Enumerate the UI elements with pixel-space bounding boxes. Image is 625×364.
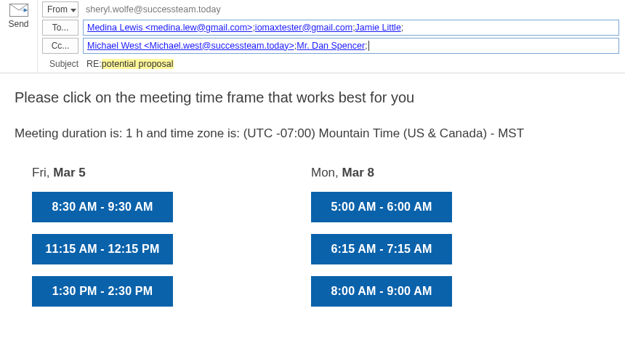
- from-value: sheryl.wolfe@successteam.today: [83, 4, 221, 15]
- subject-prefix: RE:: [86, 59, 102, 69]
- cc-button[interactable]: Cc...: [42, 38, 78, 54]
- cc-recipient[interactable]: Mr. Dan Spencer: [297, 41, 365, 51]
- subject-label: Subject: [38, 59, 83, 69]
- day-header: Mon, Mar 8: [311, 166, 452, 180]
- time-slot[interactable]: 8:30 AM - 9:30 AM: [32, 192, 173, 222]
- text-cursor: [368, 41, 369, 51]
- send-icon: [9, 3, 29, 17]
- weekday: Fri,: [32, 166, 53, 179]
- date: Mar 8: [342, 166, 374, 179]
- compose-header: Send From sheryl.wolfe@successteam.today…: [0, 0, 625, 73]
- time-slot[interactable]: 8:00 AM - 9:00 AM: [311, 276, 452, 307]
- day-header: Fri, Mar 5: [32, 166, 173, 180]
- time-columns: Fri, Mar 5 8:30 AM - 9:30 AM 11:15 AM - …: [15, 166, 610, 307]
- day-column: Mon, Mar 8 5:00 AM - 6:00 AM 6:15 AM - 7…: [311, 166, 452, 307]
- time-slot[interactable]: 6:15 AM - 7:15 AM: [311, 234, 452, 264]
- to-button[interactable]: To...: [42, 20, 78, 36]
- subject-field[interactable]: RE: potential proposal: [83, 56, 619, 72]
- from-button[interactable]: From: [42, 1, 78, 17]
- subject-highlight: potential proposal: [102, 59, 174, 69]
- send-label: Send: [8, 19, 28, 29]
- time-slot[interactable]: 11:15 AM - 12:15 PM: [32, 234, 173, 264]
- time-slot[interactable]: 5:00 AM - 6:00 AM: [311, 192, 452, 222]
- body-meta: Meeting duration is: 1 h and time zone i…: [15, 126, 610, 141]
- to-recipient[interactable]: Jamie Little: [355, 23, 401, 33]
- message-body[interactable]: Please click on the meeting time frame t…: [0, 73, 625, 307]
- from-label: From: [47, 4, 68, 15]
- cc-field[interactable]: Michael West <Michael.west@successteam.t…: [83, 38, 619, 54]
- cc-recipient[interactable]: Michael West <Michael.west@successteam.t…: [87, 41, 294, 51]
- send-button[interactable]: Send: [0, 0, 38, 73]
- day-column: Fri, Mar 5 8:30 AM - 9:30 AM 11:15 AM - …: [32, 166, 173, 307]
- to-recipient[interactable]: iomaxtester@gmail.com: [255, 23, 352, 33]
- chevron-down-icon: [70, 4, 76, 15]
- svg-marker-1: [70, 9, 76, 12]
- date: Mar 5: [53, 166, 85, 179]
- to-recipient[interactable]: Medina Lewis <medina.lew@gmail.com>: [87, 23, 252, 33]
- time-slot[interactable]: 1:30 PM - 2:30 PM: [32, 276, 173, 307]
- weekday: Mon,: [311, 166, 342, 179]
- to-field[interactable]: Medina Lewis <medina.lew@gmail.com>; iom…: [83, 20, 619, 36]
- body-prompt: Please click on the meeting time frame t…: [15, 89, 610, 106]
